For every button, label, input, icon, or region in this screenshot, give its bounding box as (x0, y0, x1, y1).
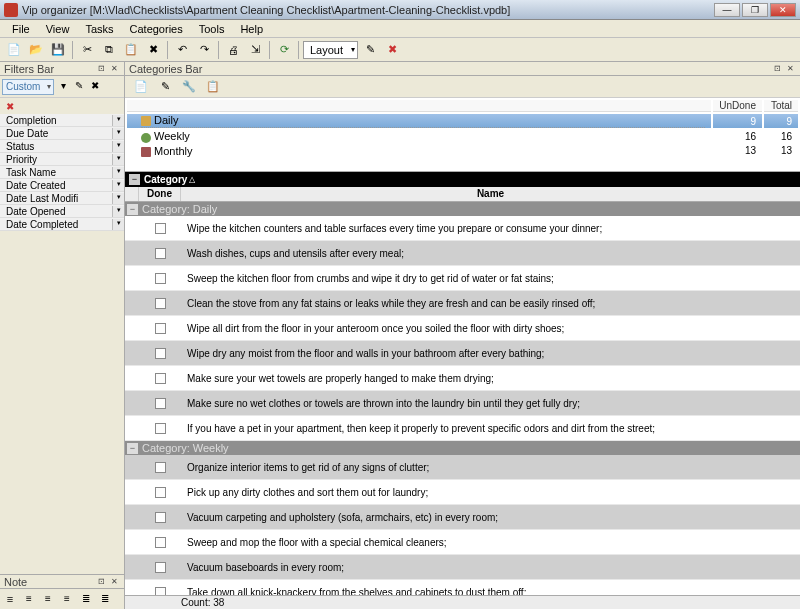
note-align-right-icon[interactable]: ≡ (59, 591, 75, 607)
tree-row[interactable]: Monthly1313 (127, 145, 798, 157)
cat-new-icon[interactable]: 📄 (131, 77, 151, 97)
print-icon[interactable]: 🖨 (223, 40, 243, 60)
col-total[interactable]: Total (764, 100, 798, 112)
task-row[interactable]: Sweep and mop the floor with a special c… (125, 530, 800, 555)
copy-icon[interactable]: ⧉ (99, 40, 119, 60)
done-checkbox[interactable] (155, 323, 166, 334)
categories-pin-icon[interactable]: ⊡ (771, 64, 783, 74)
minimize-button[interactable]: — (714, 3, 740, 17)
done-checkbox[interactable] (155, 223, 166, 234)
chevron-down-icon[interactable]: ▾ (112, 167, 124, 178)
task-row[interactable]: Take down all knick-knackery from the sh… (125, 580, 800, 595)
done-checkbox[interactable] (155, 373, 166, 384)
filter-add-icon[interactable]: ▾ (56, 80, 70, 94)
menu-help[interactable]: Help (232, 21, 271, 37)
task-row[interactable]: Sweep the kitchen floor from crumbs and … (125, 266, 800, 291)
chevron-down-icon[interactable]: ▾ (112, 206, 124, 217)
chevron-down-icon[interactable]: ▾ (112, 128, 124, 139)
done-checkbox[interactable] (155, 273, 166, 284)
redo-icon[interactable]: ↷ (194, 40, 214, 60)
menu-view[interactable]: View (38, 21, 78, 37)
filter-row[interactable]: Priority▾ (0, 153, 124, 166)
chevron-down-icon[interactable]: ▾ (112, 193, 124, 204)
task-row[interactable]: Wipe the kitchen counters and table surf… (125, 216, 800, 241)
undo-icon[interactable]: ↶ (172, 40, 192, 60)
note-align-left-icon[interactable]: ≡ (21, 591, 37, 607)
menu-tasks[interactable]: Tasks (77, 21, 121, 37)
task-row[interactable]: Wipe all dirt from the floor in your ant… (125, 316, 800, 341)
col-name[interactable]: Name (181, 187, 800, 201)
filter-clear-icon[interactable]: ✖ (6, 101, 14, 112)
done-checkbox[interactable] (155, 487, 166, 498)
cat-color-icon[interactable]: 🔧 (179, 77, 199, 97)
chevron-down-icon[interactable]: ▾ (112, 219, 124, 230)
filter-row[interactable]: Date Last Modifi▾ (0, 192, 124, 205)
filter-edit-icon[interactable]: ✎ (72, 80, 86, 94)
done-checkbox[interactable] (155, 562, 166, 573)
done-checkbox[interactable] (155, 398, 166, 409)
paste-icon[interactable]: 📋 (121, 40, 141, 60)
filter-row[interactable]: Status▾ (0, 140, 124, 153)
cat-del-icon[interactable]: 📋 (203, 77, 223, 97)
filter-row[interactable]: Date Completed▾ (0, 218, 124, 231)
menu-categories[interactable]: Categories (122, 21, 191, 37)
note-bold-icon[interactable]: ≡ (2, 591, 18, 607)
done-checkbox[interactable] (155, 512, 166, 523)
layout-delete-icon[interactable]: ✖ (382, 40, 402, 60)
tree-row[interactable]: Weekly1616 (127, 130, 798, 142)
menu-file[interactable]: File (4, 21, 38, 37)
done-checkbox[interactable] (155, 537, 166, 548)
task-row[interactable]: Wash dishes, cups and utensils after eve… (125, 241, 800, 266)
done-checkbox[interactable] (155, 348, 166, 359)
maximize-button[interactable]: ❐ (742, 3, 768, 17)
close-button[interactable]: ✕ (770, 3, 796, 17)
task-row[interactable]: Pick up any dirty clothes and sort them … (125, 480, 800, 505)
filter-row[interactable]: Completion▾ (0, 114, 124, 127)
col-undone[interactable]: UnDone (713, 100, 762, 112)
group-toggle-icon[interactable]: − (129, 174, 140, 185)
task-row[interactable]: Vacuum baseboards in every room; (125, 555, 800, 580)
category-group-header[interactable]: −Category: Weekly (125, 441, 800, 455)
chevron-down-icon[interactable]: ▾ (112, 141, 124, 152)
task-row[interactable]: Wipe dry any moist from the floor and wa… (125, 341, 800, 366)
chevron-down-icon[interactable]: ▾ (112, 154, 124, 165)
filter-row[interactable]: Date Opened▾ (0, 205, 124, 218)
cat-edit-icon[interactable]: ✎ (155, 77, 175, 97)
done-checkbox[interactable] (155, 248, 166, 259)
task-row[interactable]: Clean the stove from any fat stains or l… (125, 291, 800, 316)
task-row[interactable]: If you have a pet in your apartment, the… (125, 416, 800, 441)
note-pin-icon[interactable]: ⊡ (95, 577, 107, 587)
task-row[interactable]: Make sure your wet towels are properly h… (125, 366, 800, 391)
export-icon[interactable]: ⇲ (245, 40, 265, 60)
menu-tools[interactable]: Tools (191, 21, 233, 37)
done-checkbox[interactable] (155, 298, 166, 309)
filters-pin-icon[interactable]: ⊡ (95, 64, 107, 74)
category-group-header[interactable]: −Category: Daily (125, 202, 800, 216)
note-list2-icon[interactable]: ≣ (97, 591, 113, 607)
collapse-icon[interactable]: − (127, 443, 138, 454)
filter-row[interactable]: Task Name▾ (0, 166, 124, 179)
categories-close-icon[interactable]: ✕ (784, 64, 796, 74)
filters-close-icon[interactable]: ✕ (108, 64, 120, 74)
note-align-center-icon[interactable]: ≡ (40, 591, 56, 607)
filter-row[interactable]: Date Created▾ (0, 179, 124, 192)
note-close-icon[interactable]: ✕ (108, 577, 120, 587)
col-done[interactable]: Done (139, 187, 181, 201)
task-row[interactable]: Vacuum carpeting and upholstery (sofa, a… (125, 505, 800, 530)
refresh-icon[interactable]: ⟳ (274, 40, 294, 60)
task-row[interactable]: Organize interior items to get rid of an… (125, 455, 800, 480)
cut-icon[interactable]: ✂ (77, 40, 97, 60)
note-list-icon[interactable]: ≣ (78, 591, 94, 607)
custom-filter-dropdown[interactable]: Custom (2, 79, 54, 95)
done-checkbox[interactable] (155, 462, 166, 473)
chevron-down-icon[interactable]: ▾ (112, 180, 124, 191)
new-icon[interactable]: 📄 (4, 40, 24, 60)
delete-icon[interactable]: ✖ (143, 40, 163, 60)
open-icon[interactable]: 📂 (26, 40, 46, 60)
layout-tool-icon[interactable]: ✎ (360, 40, 380, 60)
collapse-icon[interactable]: − (127, 204, 138, 215)
task-row[interactable]: Make sure no wet clothes or towels are t… (125, 391, 800, 416)
tree-row[interactable]: Daily99 (127, 114, 798, 128)
layout-dropdown[interactable]: Layout (303, 41, 358, 59)
done-checkbox[interactable] (155, 587, 166, 596)
